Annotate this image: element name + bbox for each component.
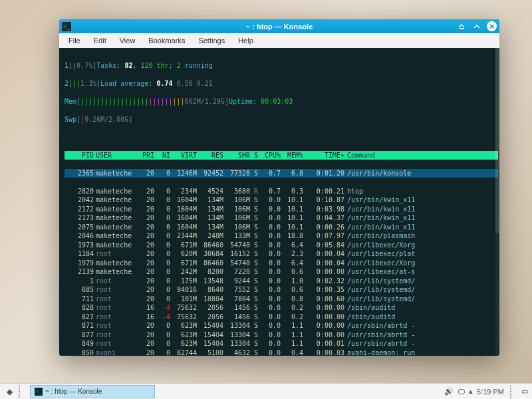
menu-edit[interactable]: Edit bbox=[88, 35, 112, 47]
table-row[interactable]: 2042maketeche2001604M134M106MS0.010.10:1… bbox=[65, 196, 498, 205]
table-row[interactable]: 1root200175M135489244S0.01.00:02.32/usr/… bbox=[65, 277, 498, 286]
close-button[interactable]: × bbox=[487, 21, 497, 31]
table-row[interactable]: 1979maketeche200671M8646054740S0.06.40:0… bbox=[65, 259, 498, 268]
table-row[interactable]: 2046maketeche2002344M248M133MS0.018.80:0… bbox=[65, 231, 498, 241]
table-row[interactable]: 2075maketeche2001604M134M106MS0.010.10:0… bbox=[65, 223, 498, 232]
taskbar-entry-konsole[interactable]: >_ ~ : htop — Konsole bbox=[30, 385, 155, 398]
scrollbar-thumb[interactable] bbox=[495, 48, 499, 233]
minimize-button[interactable] bbox=[456, 21, 466, 31]
konsole-window: >_ ~ : htop — Konsole × File Edit View B… bbox=[59, 19, 499, 356]
swp-meter: Swp[| 9.26M/2.00G] bbox=[65, 115, 498, 124]
konsole-icon: >_ bbox=[35, 388, 43, 396]
table-row[interactable]: 827root16-47563220561456S0.00.20:00.00/s… bbox=[65, 313, 498, 322]
taskbar-entry-label: ~ : htop — Konsole bbox=[45, 388, 102, 395]
window-title: ~ : htop — Konsole bbox=[246, 23, 313, 31]
table-row[interactable]: 1184root200620M3068416152S0.02.30:00.04/… bbox=[65, 249, 498, 259]
table-row[interactable]: 849root200623M1540413304S0.01.10:00.01/u… bbox=[65, 339, 498, 348]
titlebar[interactable]: >_ ~ : htop — Konsole × bbox=[59, 19, 499, 33]
terminal[interactable]: 1 [| 0.7%] Tasks: 82, 120 thr; 2 running… bbox=[59, 48, 499, 356]
table-row[interactable]: 871root200623M1540413304S0.01.10:00.00/u… bbox=[65, 321, 498, 331]
table-row[interactable]: 877root200623M1540413304S0.01.10:00.00/u… bbox=[65, 331, 498, 340]
expand-tray-icon[interactable]: ▴ bbox=[469, 387, 473, 396]
process-header[interactable]: PIDUSERPRINIVIRTRESSHRSCPU%MEM%TIME+Comm… bbox=[65, 151, 498, 160]
system-tray: 🔊 🖵 ▴ 5:19 PM ▭ bbox=[444, 386, 532, 398]
clock[interactable]: 5:19 PM bbox=[477, 388, 504, 396]
menu-file[interactable]: File bbox=[63, 35, 86, 47]
table-row[interactable]: 1973maketeche200671M8646054740S0.06.40:0… bbox=[65, 241, 498, 250]
cpu1-meter: 1 [| 0.7%] Tasks: 82, 120 thr; 2 running bbox=[65, 61, 498, 70]
table-row[interactable]: 2173maketeche2001604M134M106MS0.010.10:0… bbox=[65, 213, 498, 223]
app-icon: >_ bbox=[62, 22, 71, 31]
panel-handle-right[interactable] bbox=[510, 386, 515, 398]
panel-handle[interactable] bbox=[19, 386, 24, 398]
table-row[interactable]: 2820maketeche200234M45243680R0.70.30:00.… bbox=[65, 187, 498, 196]
menu-bookmarks[interactable]: Bookmarks bbox=[143, 35, 190, 47]
table-row[interactable]: 850avahi2008274451004632S0.00.40:00.03av… bbox=[65, 348, 498, 356]
table-row[interactable]: 2139maketeche200242M82007220S0.00.60:00.… bbox=[65, 267, 498, 277]
window-controls: × bbox=[456, 21, 497, 31]
table-row[interactable]: 2172maketeche2001604M134M106MS0.010.10:0… bbox=[65, 205, 498, 214]
start-button[interactable]: ◆ bbox=[2, 385, 17, 398]
volume-icon[interactable]: 🔊 bbox=[444, 387, 454, 396]
maximize-button[interactable] bbox=[471, 21, 481, 31]
table-row[interactable]: 711root200101M108047804S0.00.80:00.60/us… bbox=[65, 295, 498, 304]
show-desktop-icon[interactable]: ▭ bbox=[521, 387, 528, 396]
menu-view[interactable]: View bbox=[114, 35, 141, 47]
taskbar: ◆ >_ ~ : htop — Konsole 🔊 🖵 ▴ 5:19 PM ▭ bbox=[0, 383, 532, 399]
menu-settings[interactable]: Settings bbox=[193, 35, 230, 47]
menu-help[interactable]: Help bbox=[233, 35, 259, 47]
mem-meter: Mem[||||||||||||||||||||||||||662M/1.29G… bbox=[65, 97, 498, 106]
table-row[interactable]: 828root16-47563220561456S0.00.20:00.00/s… bbox=[65, 303, 498, 313]
menubar: File Edit View Bookmarks Settings Help bbox=[59, 33, 499, 48]
selected-process-row[interactable]: 2365maketeche2001246M9245277328S0.76.80:… bbox=[65, 169, 498, 178]
network-icon[interactable]: 🖵 bbox=[458, 388, 465, 396]
scrollbar[interactable] bbox=[495, 48, 499, 356]
process-list[interactable]: 2820maketeche200234M45243680R0.70.30:00.… bbox=[65, 187, 498, 356]
table-row[interactable]: 685root2009401686407552S0.00.60:00.35/us… bbox=[65, 285, 498, 295]
cpu2-meter: 2 [|| 1.3%] Load average: 0.74 0.50 0.21 bbox=[65, 79, 498, 88]
